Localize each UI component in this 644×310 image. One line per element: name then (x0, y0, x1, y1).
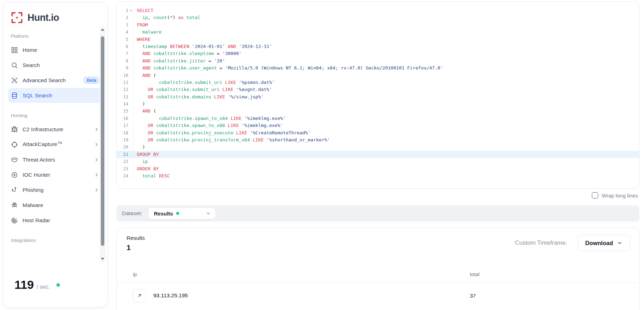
logo[interactable]: Hunt.io (3, 2, 107, 24)
line-number: 17 (117, 122, 134, 129)
results-actions: Custom Timeframe. Download (515, 235, 630, 251)
sidebar-item-malware[interactable]: Malware (8, 197, 102, 213)
sidebar-item-sql-search[interactable]: SQL Search (8, 88, 102, 103)
sql-editor-panel: 1SELECT2 ip, count(*) as total3FROM4 mal… (116, 1, 639, 189)
fold-toggle-icon[interactable] (129, 9, 133, 13)
line-number: 12 (117, 86, 134, 93)
code-text: SELECT (134, 7, 639, 14)
rate-value: 119 (14, 278, 34, 292)
results-count: 1 (127, 243, 131, 252)
line-number: 8 (117, 57, 134, 65)
sidebar-item-label: C2 Infrastructure (23, 126, 63, 133)
sidebar-item-home[interactable]: Home (8, 42, 102, 57)
code-line-23: 23ORDER BY (117, 165, 639, 172)
sidebar: Hunt.io PlatformHomeSearchAdvanced Searc… (3, 2, 108, 308)
external-arrow-icon (137, 293, 142, 298)
results-panel: Results 1 Custom Timeframe. Download ip … (116, 227, 639, 310)
dataset-select[interactable]: Results (148, 207, 216, 219)
wrap-long-lines-checkbox[interactable] (592, 192, 598, 199)
code-line-5: 5WHERE (117, 36, 639, 43)
chevron-down-icon (206, 211, 211, 216)
open-result-button[interactable] (133, 289, 146, 302)
chevron-right-icon (94, 127, 99, 132)
dataset-bar: Dataset: Results (116, 205, 639, 221)
sidebar-item-c2-infrastructure[interactable]: C2 Infrastructure (8, 122, 102, 137)
code-text: AND ( (134, 72, 639, 79)
database-icon (11, 92, 18, 99)
table-row: 93.113.25.19537 (117, 283, 639, 308)
sidebar-item-label: Home (23, 47, 37, 53)
hunt-logo-icon (10, 11, 24, 24)
line-number: 22 (117, 158, 134, 165)
sidebar-item-threat-actors[interactable]: Threat Actors (8, 152, 102, 167)
code-text: ORDER BY (134, 165, 639, 172)
sidebar-scrollbar[interactable] (100, 26, 105, 262)
section-label-integrations: Integrations (8, 238, 102, 243)
code-line-2: 2 ip, count(*) as total (117, 14, 639, 21)
code-line-3: 3FROM (117, 22, 639, 29)
code-line-22: 22 ip (117, 158, 639, 165)
table-header: ip total (117, 269, 639, 283)
sidebar-item-ioc-hunter[interactable]: IOC Hunter (8, 167, 102, 182)
code-line-9: 9 AND cobaltstrike.user_agent = 'Mozilla… (117, 65, 639, 72)
line-number: 19 (117, 136, 134, 144)
line-number: 3 (117, 22, 134, 29)
code-text: ) (134, 144, 639, 151)
code-line-16: 16 cobaltstrike.spawn_to_x64 LIKE '%imek… (117, 115, 639, 122)
sidebar-item-label: Threat Actors (23, 157, 55, 163)
code-line-21: 21GROUP BY (117, 151, 639, 158)
code-line-14: 14 ) (117, 101, 639, 108)
code-text: total DESC (134, 172, 639, 180)
line-number: 6 (117, 43, 134, 50)
column-header-total: total (470, 272, 479, 277)
sidebar-item-label: IOC Hunter (23, 172, 50, 178)
code-line-1: 1SELECT (117, 7, 639, 14)
download-label: Download (585, 240, 613, 247)
cell-total: 37 (470, 293, 476, 299)
code-line-10: 10 AND ( (117, 72, 639, 79)
code-line-18: 18 OR cobaltstrike.procinj_execute LIKE … (117, 129, 639, 136)
section-label-hunting: Hunting (8, 113, 102, 118)
wrap-long-lines-label: Wrap long lines (602, 193, 638, 199)
logo-text: Hunt.io (27, 12, 59, 23)
chevron-right-icon (94, 157, 99, 163)
crosshair-icon (11, 141, 18, 148)
code-line-7: 7 AND cobaltstrike.sleeptime = '30000' (117, 50, 639, 57)
scrollbar-thumb[interactable] (101, 36, 104, 246)
chevron-right-icon (94, 187, 99, 193)
line-number: 15 (117, 108, 134, 115)
line-number: 11 (117, 79, 134, 86)
chevron-right-icon (94, 172, 99, 178)
dataset-label: Dataset: (122, 210, 142, 217)
sidebar-item-search[interactable]: Search (8, 57, 102, 73)
dataset-status-dot (176, 212, 179, 215)
code-line-8: 8 AND cobaltstrike.jitter = '20' (117, 57, 639, 65)
dataset-selected-value: Results (154, 211, 173, 217)
sidebar-item-advanced-search[interactable]: Advanced SearchBeta (8, 73, 102, 88)
mask-icon (11, 156, 18, 163)
code-line-13: 13 OR cobaltstrike.domains LIKE '%/view.… (117, 93, 639, 101)
sidebar-item-label: AttackCaptureTM (23, 141, 62, 147)
wrap-long-lines-control: Wrap long lines (592, 192, 638, 199)
sidebar-item-host-radar[interactable]: Host Radar (8, 213, 102, 228)
sidebar-item-label: Malware (23, 202, 43, 208)
scroll-down-icon[interactable] (101, 258, 104, 260)
download-button[interactable]: Download (578, 235, 630, 251)
code-text: cobaltstrike.submit_uri LIKE '%psmon.dat… (134, 79, 639, 86)
advanced-search-icon (11, 77, 18, 84)
rate-stat: 119 / sec. (14, 278, 60, 292)
sidebar-item-phishing[interactable]: Phishing (8, 182, 102, 197)
line-number: 23 (117, 165, 134, 172)
line-number: 1 (117, 7, 134, 14)
chevron-down-icon (617, 240, 622, 246)
app-root: Hunt.io PlatformHomeSearchAdvanced Searc… (0, 0, 644, 310)
sidebar-item-attackcapture[interactable]: AttackCaptureTM (8, 137, 102, 152)
sidebar-nav: PlatformHomeSearchAdvanced SearchBetaSQL… (3, 24, 107, 243)
line-number: 16 (117, 115, 134, 122)
scroll-up-icon[interactable] (101, 29, 104, 31)
hook-icon (11, 187, 18, 194)
code-line-6: 6 timestamp BETWEEN '2024-01-01' AND '20… (117, 43, 639, 50)
code-line-15: 15 AND ( (117, 108, 639, 115)
sql-editor[interactable]: 1SELECT2 ip, count(*) as total3FROM4 mal… (117, 2, 639, 188)
code-line-4: 4 malware (117, 29, 639, 36)
